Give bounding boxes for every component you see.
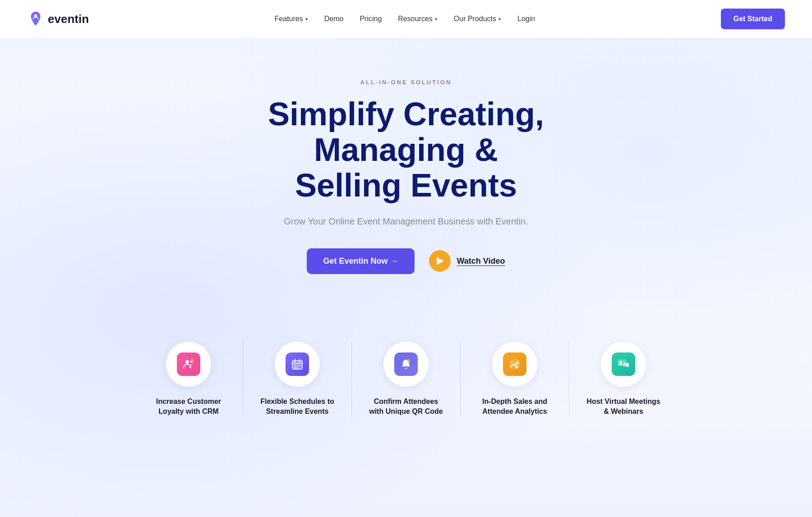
feature-card-analytics: In-Depth Sales and Attendee Analytics — [461, 333, 569, 426]
hero-section: ALL-IN-ONE SOLUTION Simplify Creating, M… — [0, 38, 812, 301]
qr-icon: ! — [394, 352, 418, 376]
svg-point-19 — [620, 361, 622, 363]
nav-item-resources[interactable]: Resources ▾ — [398, 15, 437, 23]
nav-item-demo[interactable]: Demo — [324, 15, 344, 23]
svg-point-13 — [297, 367, 298, 368]
analytics-icon — [503, 352, 526, 376]
svg-point-11 — [299, 365, 300, 366]
svg-point-12 — [295, 367, 296, 368]
features-section: + Increase Customer Loyalty with CRM — [0, 315, 812, 453]
play-icon — [429, 250, 451, 272]
feature-card-crm: + Increase Customer Loyalty with CRM — [134, 333, 243, 426]
svg-point-9 — [295, 365, 296, 366]
svg-point-1 — [185, 360, 189, 364]
schedule-icon — [286, 352, 309, 376]
feature-label-analytics: In-Depth Sales and Attendee Analytics — [482, 397, 547, 417]
feature-card-schedule: Flexible Schedules to Streamline Events — [243, 333, 351, 426]
watch-video-button[interactable]: Watch Video — [429, 250, 505, 272]
svg-text:!: ! — [408, 360, 409, 362]
feature-label-webinar: Host Virtual Meetings & Webinars — [586, 397, 660, 417]
nav-item-products[interactable]: Our Products ▾ — [454, 15, 501, 23]
logo-text: eventin — [48, 12, 89, 26]
crm-icon: + — [177, 352, 200, 376]
get-eventin-button[interactable]: Get Eventin Now → — [307, 248, 414, 274]
feature-card-qr: ! Confirm Attendees with Unique QR Code — [352, 333, 460, 426]
hero-title: Simplify Creating, Managing & Selling Ev… — [203, 96, 609, 204]
feature-label-crm: Increase Customer Loyalty with CRM — [156, 397, 221, 417]
chevron-down-icon: ▾ — [305, 16, 308, 22]
logo-icon — [27, 10, 44, 27]
nav-links: Features ▾ Demo Pricing Resources ▾ Our … — [275, 15, 535, 23]
chevron-down-icon: ▾ — [498, 16, 501, 22]
feature-icon-wrap-webinar — [601, 342, 646, 387]
svg-rect-16 — [510, 359, 520, 369]
feature-icon-wrap-analytics — [492, 342, 537, 387]
navbar: eventin Features ▾ Demo Pricing Resource… — [0, 0, 812, 38]
feature-label-qr: Confirm Attendees with Unique QR Code — [369, 397, 443, 417]
webinar-icon — [612, 352, 635, 376]
nav-item-login[interactable]: Login — [517, 15, 535, 23]
svg-rect-17 — [516, 366, 517, 368]
feature-icon-wrap-qr: ! — [383, 342, 429, 387]
feature-icon-wrap-schedule — [275, 342, 320, 387]
nav-get-started-button[interactable]: Get Started — [721, 9, 785, 29]
nav-item-pricing[interactable]: Pricing — [360, 15, 382, 23]
logo[interactable]: eventin — [27, 10, 89, 27]
svg-point-10 — [297, 365, 298, 366]
hero-subtitle: Grow Your Online Event Management Busine… — [18, 216, 794, 227]
hero-cta-group: Get Eventin Now → Watch Video — [18, 248, 794, 274]
svg-point-21 — [625, 364, 626, 365]
nav-item-features[interactable]: Features ▾ — [275, 15, 308, 23]
feature-card-webinar: Host Virtual Meetings & Webinars — [569, 333, 678, 426]
chevron-down-icon: ▾ — [435, 16, 438, 22]
feature-label-schedule: Flexible Schedules to Streamline Events — [260, 397, 334, 417]
hero-eyebrow: ALL-IN-ONE SOLUTION — [18, 79, 794, 86]
feature-icon-wrap-crm: + — [166, 342, 211, 387]
